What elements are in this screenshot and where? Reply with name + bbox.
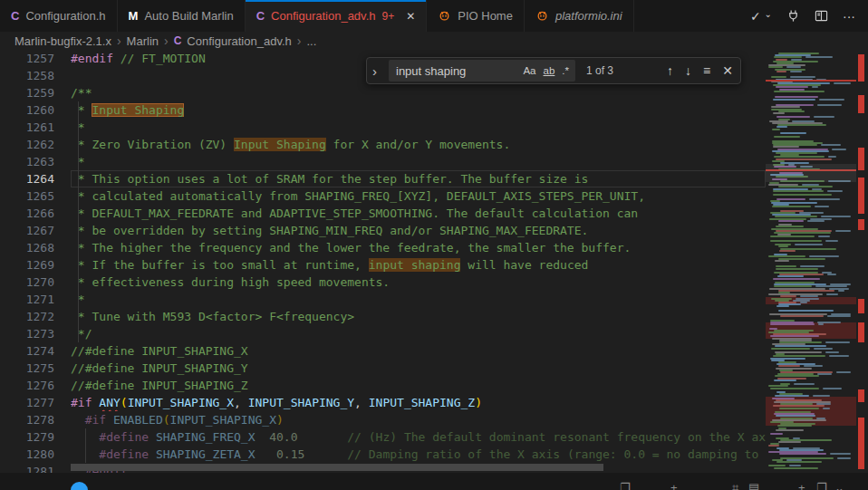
find-input[interactable]: input shaping Aa ab .*: [389, 60, 575, 82]
code-line[interactable]: 1280 #define SHAPING_ZETA_X 0.15 // Damp…: [0, 446, 766, 463]
code-line[interactable]: 1263 *: [0, 153, 766, 170]
whole-word-toggle[interactable]: ab: [541, 64, 558, 77]
line-number: 1272: [0, 308, 71, 325]
close-find-button[interactable]: ✕: [722, 63, 733, 78]
minimap-code-row: [825, 240, 838, 242]
minimap-code-row: [807, 220, 825, 222]
toggle-replace-icon[interactable]: ›: [372, 63, 383, 79]
minimap-code-row: [814, 116, 835, 118]
previous-match-button[interactable]: ↑: [667, 63, 673, 78]
add-icon[interactable]: +: [798, 481, 805, 490]
code-lines[interactable]: 1257#endif // FT_MOTION12581259/**1260 *…: [0, 50, 766, 473]
find-in-selection-button[interactable]: ≡: [703, 63, 710, 78]
breadcrumb: Marlin-bugfix-2.1.x › Marlin › C Configu…: [0, 32, 868, 50]
code-line[interactable]: 1267 * be overridden by setting SHAPING_…: [0, 222, 766, 239]
chevron-down-icon[interactable]: ⌄: [834, 481, 844, 490]
code-line[interactable]: 1265 * calculated automatically from SHA…: [0, 187, 766, 205]
minimap-code-row: [800, 302, 807, 303]
tab-label: platformio.ini: [555, 9, 622, 23]
code-line[interactable]: 1279 #define SHAPING_FREQ_X 40.0 // (Hz)…: [0, 428, 766, 446]
split-editor-button[interactable]: [815, 9, 828, 23]
line-number: 1271: [0, 291, 71, 308]
code-line[interactable]: 1275//#define INPUT_SHAPING_Y: [0, 360, 766, 377]
line-number: 1277: [0, 394, 71, 411]
minimap-code-row: [795, 244, 822, 245]
trash-icon[interactable]: ▤: [748, 481, 759, 490]
code-line[interactable]: 1260 * Input Shaping: [0, 101, 766, 119]
ruler-error-mark: [858, 322, 864, 342]
next-match-button[interactable]: ↓: [685, 63, 691, 78]
plug-icon[interactable]: [786, 9, 800, 23]
minimap-code-row: [776, 268, 818, 270]
minimap-code-row: [774, 467, 818, 469]
overview-ruler[interactable]: [856, 50, 868, 473]
split-icon[interactable]: ❐: [816, 481, 827, 490]
line-number: 1273: [0, 325, 71, 342]
minimap-code-row: [817, 373, 832, 375]
tab-pio-home[interactable]: PIO Home: [427, 0, 525, 32]
minimap-code-row: [825, 351, 838, 353]
ruler-error-mark: [858, 389, 864, 402]
minimap-code-row: [773, 190, 824, 192]
code-line[interactable]: 1262 * Zero Vibration (ZV) Input Shaping…: [0, 136, 766, 153]
breadcrumb-item-symbol[interactable]: ...: [306, 34, 316, 48]
platformio-icon: [535, 8, 549, 24]
code-line[interactable]: 1278 #if ENABLED(INPUT_SHAPING_X): [0, 411, 766, 428]
minimap-code-row: [834, 82, 851, 84]
minimap[interactable]: [766, 50, 856, 473]
ruler-error-mark: [858, 95, 864, 113]
breadcrumb-item-folder[interactable]: Marlin-bugfix-2.1.x: [14, 34, 111, 48]
code-line[interactable]: 1261 *: [0, 119, 766, 136]
minimap-code-row: [827, 274, 837, 275]
horizontal-scrollbar[interactable]: [71, 464, 603, 471]
tab-configuration-h[interactable]: C Configuration.h: [0, 0, 118, 32]
code-line[interactable]: 1266 * DEFAULT_MAX_FEEDRATE and ADAPTIVE…: [0, 205, 766, 222]
line-number: 1266: [0, 205, 71, 222]
chevron-right-icon: ›: [297, 34, 302, 48]
tab-label: Configuration.h: [25, 9, 105, 23]
tab-configuration-adv-h[interactable]: C Configuration_adv.h 9+ ✕: [246, 0, 428, 32]
find-buttons: ↑ ↓ ≡ ✕: [667, 63, 735, 78]
c-file-icon: C: [174, 34, 182, 47]
minimap-code-row: [778, 220, 804, 222]
tab-bar: C Configuration.h M Auto Build Marlin C …: [0, 0, 868, 32]
close-icon[interactable]: ✕: [406, 10, 415, 23]
more-actions-button[interactable]: ···: [843, 9, 855, 24]
breadcrumb-item-folder[interactable]: Marlin: [127, 34, 159, 48]
code-line[interactable]: 1264 * This option uses a lot of SRAM fo…: [0, 170, 766, 187]
code-line[interactable]: 1270 * effectiveness during high speed m…: [0, 274, 766, 291]
tab-auto-build-marlin[interactable]: M Auto Build Marlin: [118, 0, 246, 32]
regex-toggle[interactable]: .*: [559, 64, 572, 77]
c-file-icon: C: [11, 9, 19, 23]
minimap-slider[interactable]: [766, 164, 856, 182]
code-line[interactable]: 1259/**: [0, 84, 766, 101]
indent-guide: [78, 325, 79, 342]
marlin-icon: M: [129, 9, 139, 23]
panel-icon[interactable]: ❐: [620, 481, 631, 490]
line-number: 1257: [0, 50, 71, 67]
minimap-code-row: [771, 348, 810, 350]
code-line[interactable]: 1269 * If the buffer is too small at run…: [0, 256, 766, 274]
code-line[interactable]: 1268 * The higher the frequency and the …: [0, 239, 766, 256]
breadcrumb-item-file[interactable]: Configuration_adv.h: [187, 34, 291, 48]
grid-icon[interactable]: ⌗: [732, 481, 738, 490]
minimap-code-row: [823, 408, 830, 409]
minimap-code-row: [778, 310, 834, 312]
code-line[interactable]: 1272 * Tune with M593 D<factor> F<freque…: [0, 308, 766, 325]
minimap-code-row: [780, 132, 806, 134]
indent-guide: [78, 274, 79, 291]
minimap-code-row: [770, 388, 819, 389]
line-number: 1258: [0, 67, 71, 84]
notification-dot[interactable]: [71, 482, 88, 490]
minimap-code-row: [830, 453, 851, 455]
run-task-button[interactable]: ✓⌄: [750, 9, 772, 24]
code-line[interactable]: 1276//#define INPUT_SHAPING_Z: [0, 377, 766, 394]
indent-guide: [78, 308, 79, 325]
code-line[interactable]: 1271 *: [0, 291, 766, 308]
tab-platformio-ini[interactable]: platformio.ini: [525, 0, 634, 32]
code-line[interactable]: 1277#if ANY(INPUT_SHAPING_X, INPUT_SHAPI…: [0, 394, 766, 411]
code-line[interactable]: 1273 */: [0, 325, 766, 342]
match-case-toggle[interactable]: Aa: [520, 64, 538, 77]
code-line[interactable]: 1274//#define INPUT_SHAPING_X: [0, 342, 766, 360]
add-icon[interactable]: +: [670, 481, 678, 490]
